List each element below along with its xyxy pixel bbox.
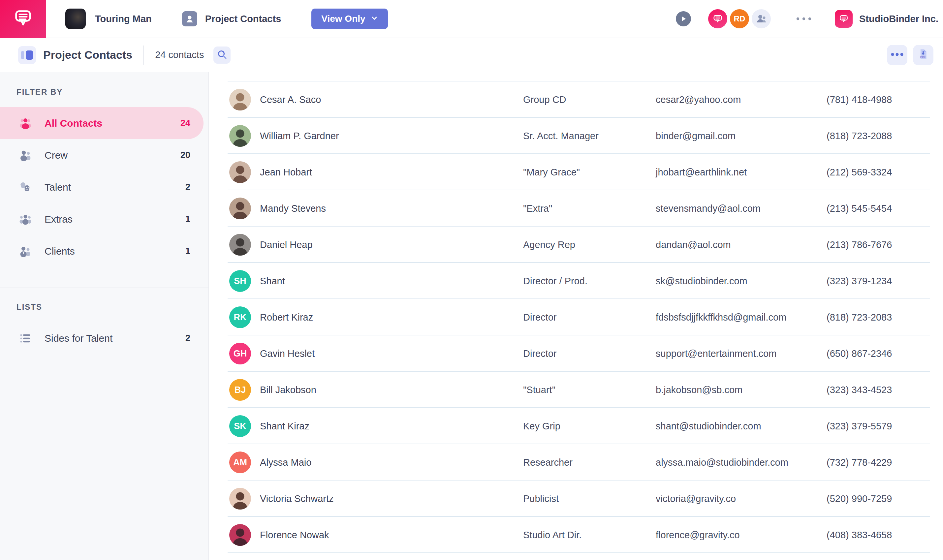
contact-name: Mandy Stevens — [260, 203, 326, 214]
toolbar-divider — [143, 46, 144, 65]
contact-email: binder@gmail.com — [656, 131, 735, 142]
sidebar-item-all-contacts[interactable]: All Contacts24 — [0, 107, 203, 139]
project-title[interactable]: Touring Man — [95, 14, 152, 25]
studiobinder-logo[interactable] — [0, 0, 46, 38]
sidebar-item-count: 2 — [185, 333, 190, 343]
project-thumbnail[interactable] — [65, 9, 86, 29]
avatar — [229, 198, 251, 219]
sidebar-item-label: All Contacts — [45, 118, 102, 129]
talent-masks-icon — [18, 180, 33, 195]
table-row[interactable]: SHShantDirector / Prod.sk@studiobinder.c… — [209, 263, 943, 299]
sidebar-item-count: 24 — [180, 118, 190, 128]
sidebar-item-label: Talent — [45, 182, 71, 193]
table-row[interactable]: AMAlyssa MaioResearcheralyssa.maio@studi… — [209, 444, 943, 480]
avatar: GH — [229, 343, 251, 365]
contact-phone: (213) 786-7676 — [826, 240, 892, 250]
contact-name: William P. Gardner — [260, 131, 339, 142]
filter-by-heading: FILTER BY — [17, 88, 208, 97]
contact-phone: (408) 383-4658 — [826, 530, 892, 540]
sidebar-item-count: 1 — [185, 246, 190, 256]
avatar — [229, 234, 251, 255]
studiobinder-chat-icon — [11, 6, 35, 31]
table-row[interactable]: Victoria SchwartzPublicistvictoria@gravi… — [209, 480, 943, 517]
contact-role: Director / Prod. — [523, 276, 588, 286]
avatar-studiobinder[interactable] — [708, 9, 727, 28]
table-row[interactable]: RKRobert KirazDirectorfdsbsfsdjjfkkffkhs… — [209, 299, 943, 335]
table-row[interactable]: GHGavin HesletDirectorsupport@entertainm… — [209, 335, 943, 372]
sidebar-item-extras[interactable]: Extras1 — [0, 203, 208, 235]
table-rows: Cesar A. SacoGroup CDcesar2@yahoo.com(78… — [209, 82, 943, 553]
main-area: FILTER BY All Contacts24 Crew20 Talent2 … — [0, 72, 943, 560]
sidebar-item-clients[interactable]: Clients1 — [0, 235, 208, 267]
more-options-icon[interactable] — [795, 15, 813, 22]
avatar-initials: GH — [234, 349, 247, 359]
page-title: Project Contacts — [205, 14, 281, 25]
contact-name: Robert Kiraz — [260, 312, 313, 323]
top-header: Touring Man Project Contacts View Only — [0, 0, 943, 38]
contact-name: Gavin Heslet — [260, 348, 315, 359]
avatar-cell — [229, 198, 251, 219]
avatar — [229, 89, 251, 111]
avatar-cell — [229, 488, 251, 509]
search-button[interactable] — [214, 46, 231, 64]
table-row[interactable]: Florence NowakStudio Art Dir.florence@gr… — [209, 517, 943, 553]
avatar-rd[interactable]: RD — [730, 9, 749, 28]
table-row[interactable]: BJBill Jakobson"Stuart"b.jakobson@sb.com… — [209, 372, 943, 408]
avatar-cell: BJ — [229, 379, 251, 401]
export-pdf-button[interactable]: PDF — [913, 45, 934, 65]
sidebar-list-sides-for-talent[interactable]: Sides for Talent2 — [0, 322, 208, 354]
sidebar-item-crew[interactable]: Crew20 — [0, 139, 208, 171]
contacts-table: Cesar A. SacoGroup CDcesar2@yahoo.com(78… — [209, 72, 943, 560]
table-row[interactable]: Daniel HeapAgency Repdandan@aol.com(213)… — [209, 226, 943, 263]
sidebar-item-label: Sides for Talent — [45, 333, 112, 344]
contact-phone: (650) 867-2346 — [826, 348, 892, 359]
contact-name: Victoria Schwartz — [260, 493, 334, 504]
contact-role: Researcher — [523, 457, 572, 468]
avatar-cell: SH — [229, 270, 251, 292]
chevron-down-icon — [371, 14, 378, 24]
account-menu[interactable]: StudioBinder Inc. — [835, 10, 938, 28]
toolbar-title: Project Contacts — [43, 48, 132, 62]
contact-phone: (732) 778-4229 — [826, 457, 892, 468]
avatar — [229, 125, 251, 147]
avatar-cell: SK — [229, 415, 251, 437]
avatar-initials: AM — [233, 457, 247, 468]
avatar-people[interactable] — [752, 9, 771, 28]
avatar: SK — [229, 415, 251, 437]
pdf-download-icon: PDF — [915, 47, 931, 63]
account-name: StudioBinder Inc. — [859, 14, 938, 25]
table-row[interactable]: Cesar A. SacoGroup CDcesar2@yahoo.com(78… — [209, 82, 943, 118]
list-options-button[interactable] — [887, 45, 908, 65]
table-row[interactable]: SKShant KirazKey Gripshant@studiobinder.… — [209, 408, 943, 444]
avatar — [229, 161, 251, 183]
play-button[interactable] — [676, 11, 691, 26]
sidebar-item-count: 1 — [185, 214, 190, 224]
table-row[interactable]: Jean Hobart"Mary Grace"jhobart@earthlink… — [209, 154, 943, 190]
view-only-label: View Only — [321, 14, 365, 24]
table-row[interactable]: William P. GardnerSr. Acct. Managerbinde… — [209, 118, 943, 154]
contact-name: Cesar A. Saco — [260, 94, 321, 105]
contact-name: Daniel Heap — [260, 240, 313, 250]
contact-email: support@entertainment.com — [656, 348, 777, 359]
svg-text:PDF: PDF — [920, 55, 926, 59]
contacts-count: 24 contacts — [155, 49, 204, 60]
table-row[interactable]: Mandy Stevens"Extra"stevensmandy@aol.com… — [209, 190, 943, 226]
contact-name: Alyssa Maio — [260, 457, 311, 468]
sidebar-item-label: Crew — [45, 150, 68, 161]
lists-heading: LISTS — [17, 302, 208, 312]
contact-phone: (520) 990-7259 — [826, 493, 892, 504]
avatar-initials: BJ — [234, 385, 246, 395]
contact-email: fdsbsfsdjjfkkffkhsd@gmail.com — [656, 312, 786, 323]
contact-email: stevensmandy@aol.com — [656, 203, 761, 214]
contact-phone: (818) 723-2083 — [826, 312, 892, 323]
crew-icon — [18, 148, 33, 163]
contact-phone: (212) 569-3324 — [826, 167, 892, 178]
contact-phone: (213) 545-5454 — [826, 203, 892, 214]
avatar-cell: RK — [229, 306, 251, 328]
contact-email: florence@gravity.co — [656, 530, 740, 540]
sidebar-item-talent[interactable]: Talent2 — [0, 171, 208, 203]
contact-phone: (323) 379-1234 — [826, 276, 892, 286]
view-only-button[interactable]: View Only — [311, 9, 388, 29]
search-icon — [216, 48, 228, 62]
contact-role: Sr. Acct. Manager — [523, 131, 598, 142]
